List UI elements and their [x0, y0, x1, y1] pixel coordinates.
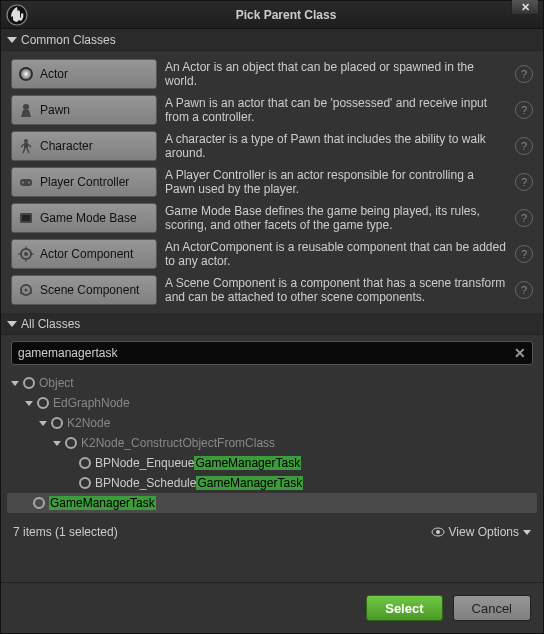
svg-rect-6: [24, 143, 28, 148]
tree-node-enqueue[interactable]: BPNode_EnqueueGameManagerTask: [11, 453, 533, 473]
help-icon[interactable]: ?: [515, 209, 533, 227]
svg-point-5: [24, 139, 28, 143]
close-button[interactable]: ✕: [511, 0, 539, 15]
window-title: Pick Parent Class: [29, 8, 543, 22]
svg-point-4: [23, 104, 29, 110]
search-input[interactable]: [18, 346, 514, 360]
tree-node-k2node[interactable]: K2Node: [11, 413, 533, 433]
actor-component-icon: [18, 246, 34, 262]
eye-icon: [431, 527, 445, 537]
character-button[interactable]: Character: [11, 131, 157, 161]
actor-icon: [18, 66, 34, 82]
player-controller-button[interactable]: Player Controller: [11, 167, 157, 197]
svg-point-12: [22, 182, 24, 184]
svg-line-8: [28, 144, 31, 147]
character-desc: A character is a type of Pawn that inclu…: [157, 132, 515, 160]
svg-point-24: [25, 284, 27, 286]
svg-point-23: [25, 289, 28, 292]
character-icon: [18, 138, 34, 154]
dropdown-icon: [523, 530, 531, 535]
help-icon[interactable]: ?: [515, 101, 533, 119]
svg-point-28: [436, 530, 440, 534]
help-icon[interactable]: ?: [515, 137, 533, 155]
tree-node-schedule[interactable]: BPNode_ScheduleGameManagerTask: [11, 473, 533, 493]
expand-icon[interactable]: [53, 441, 61, 446]
svg-line-9: [23, 148, 25, 153]
all-classes-header[interactable]: All Classes: [1, 313, 543, 335]
collapse-icon: [7, 37, 17, 43]
actor-button[interactable]: Actor: [11, 59, 157, 89]
svg-line-10: [27, 148, 29, 153]
actor-desc: An Actor is an object that can be placed…: [157, 60, 515, 88]
controller-icon: [18, 174, 34, 190]
pawn-icon: [18, 102, 34, 118]
help-icon[interactable]: ?: [515, 173, 533, 191]
pick-parent-class-dialog: Pick Parent Class ✕ Common Classes Actor…: [0, 0, 544, 634]
expand-icon[interactable]: [39, 421, 47, 426]
unreal-logo-icon: [5, 3, 29, 27]
collapse-icon: [7, 321, 17, 327]
help-icon[interactable]: ?: [515, 65, 533, 83]
common-classes-header[interactable]: Common Classes: [1, 29, 543, 51]
svg-point-3: [21, 69, 32, 80]
titlebar: Pick Parent Class ✕: [1, 1, 543, 29]
tree-node-gamemanagertask-selected[interactable]: GameManagerTask: [7, 493, 537, 513]
dialog-footer: Select Cancel: [1, 582, 543, 633]
item-count: 7 items (1 selected): [13, 525, 118, 539]
pawn-button[interactable]: Pawn: [11, 95, 157, 125]
tree-node-construct[interactable]: K2Node_ConstructObjectFromClass: [11, 433, 533, 453]
tree-node-edgraphnode[interactable]: EdGraphNode: [11, 393, 533, 413]
pawn-desc: A Pawn is an actor that can be 'possesse…: [157, 96, 515, 124]
svg-rect-11: [20, 179, 32, 186]
scene-component-desc: A Scene Component is a component that ha…: [157, 276, 515, 304]
tree-node-object[interactable]: Object: [11, 373, 533, 393]
svg-point-17: [24, 252, 28, 256]
expand-icon[interactable]: [25, 401, 33, 406]
common-classes-panel: Actor An Actor is an object that can be …: [1, 51, 543, 313]
game-mode-desc: Game Mode Base defines the game being pl…: [157, 204, 515, 232]
clear-search-icon[interactable]: ✕: [514, 345, 526, 361]
class-tree: Object EdGraphNode K2Node K2Node_Constru…: [1, 371, 543, 521]
svg-point-13: [28, 182, 30, 184]
svg-rect-15: [22, 215, 30, 221]
status-bar: 7 items (1 selected) View Options: [1, 521, 543, 543]
help-icon[interactable]: ?: [515, 281, 533, 299]
search-box: ✕: [11, 341, 533, 365]
scene-component-icon: [18, 282, 34, 298]
select-button[interactable]: Select: [366, 595, 442, 621]
game-mode-button[interactable]: Game Mode Base: [11, 203, 157, 233]
svg-line-7: [21, 144, 24, 147]
cancel-button[interactable]: Cancel: [453, 595, 531, 621]
expand-icon[interactable]: [11, 381, 19, 386]
svg-point-25: [20, 292, 22, 294]
actor-component-button[interactable]: Actor Component: [11, 239, 157, 269]
actor-component-desc: An ActorComponent is a reusable componen…: [157, 240, 515, 268]
gamemode-icon: [18, 210, 34, 226]
player-controller-desc: A Player Controller is an actor responsi…: [157, 168, 515, 196]
view-options-button[interactable]: View Options: [431, 525, 531, 539]
svg-point-26: [30, 292, 32, 294]
help-icon[interactable]: ?: [515, 245, 533, 263]
scene-component-button[interactable]: Scene Component: [11, 275, 157, 305]
